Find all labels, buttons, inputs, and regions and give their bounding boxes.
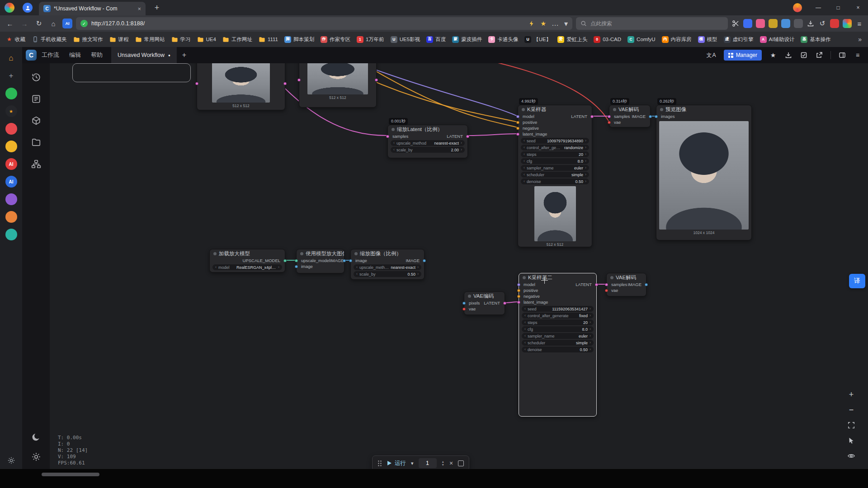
widget-next-icon[interactable]: › (590, 327, 591, 331)
extension-grid-icon[interactable] (743, 19, 752, 28)
app-orange-icon[interactable] (5, 211, 17, 223)
zoom-out-button[interactable]: − (846, 405, 856, 415)
widget-sampler_name[interactable]: ‹sampler_nameeuler› (522, 333, 594, 339)
slot-dot[interactable] (195, 82, 198, 85)
widget-cfg[interactable]: ‹cfg8.0› (521, 158, 589, 164)
slot-dot[interactable] (605, 289, 608, 292)
slot-dot[interactable] (517, 283, 520, 286)
search-box[interactable]: 点此搜索 (576, 17, 728, 30)
bookmark-item[interactable]: 蒙蒙皮插件 (449, 34, 485, 45)
bookmark-item[interactable]: 手机收藏夹 (28, 34, 70, 45)
node-load-upscale-model[interactable]: 加载放大模型UPSCALE_MODEL‹modelRealESRGAN_x4pl… (209, 249, 285, 272)
widget-scheduler[interactable]: ‹schedulersimple› (521, 172, 589, 178)
collapse-dot-icon[interactable] (610, 276, 613, 279)
widget-prev-icon[interactable]: ‹ (524, 145, 525, 150)
model-library-icon[interactable] (31, 116, 41, 126)
clear-queue-button[interactable]: × (449, 460, 453, 467)
url-dropdown-icon[interactable]: ▾ (564, 19, 568, 28)
slot-dot[interactable] (516, 121, 519, 124)
slot-dot[interactable] (517, 289, 520, 292)
share-icon[interactable] (815, 51, 823, 59)
browser-ai-icon[interactable]: AI (62, 19, 72, 28)
node-vae-encode[interactable]: VAE编码pixelsLATENTvae (464, 291, 505, 315)
app-purple-icon[interactable] (5, 193, 17, 205)
bookmark-item[interactable]: 推文写作 (70, 34, 106, 45)
slot-dot[interactable] (608, 121, 611, 124)
bookmark-item[interactable]: 工作网址 (219, 34, 255, 45)
run-button[interactable]: 运行 (387, 460, 406, 467)
widget-prev-icon[interactable]: ‹ (524, 159, 525, 163)
widget-next-icon[interactable]: › (590, 347, 591, 352)
widget-next-icon[interactable]: › (278, 265, 279, 269)
bookmarks-overflow-icon[interactable]: » (854, 36, 865, 43)
collapse-dot-icon[interactable] (522, 108, 525, 111)
more-actions-icon[interactable]: … (552, 19, 559, 28)
slot-dot[interactable] (605, 283, 608, 286)
slot-dot[interactable] (283, 259, 287, 262)
forward-button[interactable]: → (19, 20, 30, 28)
widget-next-icon[interactable]: › (590, 307, 591, 311)
widget-model[interactable]: ‹modelRealESRGAN_x4plus.pth› (212, 264, 282, 270)
profile-colorful-icon[interactable] (843, 19, 852, 28)
node-vae-decode-1[interactable]: 0.314秒VAE解码samplesIMAGEvae (609, 105, 651, 127)
workflow-history-icon[interactable] (31, 72, 41, 82)
node-preview-b[interactable]: 512 x 512 (299, 63, 377, 108)
extension-blue-icon[interactable] (781, 19, 790, 28)
window-close-button[interactable]: × (848, 0, 868, 15)
slot-dot[interactable] (295, 259, 298, 262)
slot-dot[interactable] (462, 307, 466, 310)
bookmark-item[interactable]: 11万年前 (354, 34, 387, 45)
slot-dot[interactable] (516, 127, 519, 130)
widget-next-icon[interactable]: › (590, 341, 591, 345)
bookmark-item[interactable]: 爱爱虹上头 (554, 34, 590, 45)
hamburger-menu-icon[interactable]: ≡ (854, 51, 862, 59)
queue-icon[interactable] (31, 94, 41, 104)
app-star-icon[interactable]: ★ (5, 105, 17, 117)
slot-dot[interactable] (608, 115, 611, 118)
bookmark-item[interactable]: UE4 (194, 34, 219, 45)
slot-dot[interactable] (517, 295, 520, 298)
widget-next-icon[interactable]: › (585, 173, 586, 177)
comfyui-logo[interactable]: C (26, 50, 37, 61)
extension-red-icon[interactable] (830, 19, 839, 28)
star-icon[interactable]: ★ (769, 51, 777, 59)
widget-next-icon[interactable]: › (417, 272, 419, 276)
widget-prev-icon[interactable]: ‹ (393, 148, 395, 152)
new-workflow-button[interactable]: + (177, 51, 192, 59)
slot-dot[interactable] (645, 283, 648, 286)
bookmark-item[interactable]: 1111 (255, 34, 281, 45)
widget-scale_by[interactable]: ‹scale_by0.50› (354, 271, 421, 277)
widget-scale_by[interactable]: ‹scale_by2.00› (391, 147, 465, 153)
horizontal-scrollbar[interactable] (42, 473, 99, 476)
slot-dot[interactable] (516, 132, 519, 136)
widget-prev-icon[interactable]: ‹ (215, 265, 217, 269)
slot-dot[interactable] (595, 283, 598, 286)
widget-cfg[interactable]: ‹cfg8.0› (522, 326, 594, 332)
app-ai-red-icon[interactable]: AI (5, 158, 17, 170)
widget-control_after_generate[interactable]: ‹control_after_generatefixed› (522, 313, 594, 319)
fit-view-button[interactable] (846, 420, 856, 430)
stepper-up-icon[interactable]: ▲ (442, 460, 444, 463)
speed-bolt-icon[interactable] (528, 20, 535, 27)
bookmark-item[interactable]: 百百度 (423, 34, 449, 45)
batch-count-input[interactable]: 1 (419, 458, 437, 468)
browser-logo-icon[interactable] (5, 3, 14, 13)
widget-prev-icon[interactable]: ‹ (524, 320, 526, 324)
workflow-tab[interactable]: Unsaved Workflow ● (111, 47, 177, 63)
home-button[interactable]: ⌂ (48, 20, 59, 28)
slot-dot[interactable] (503, 301, 506, 305)
slot-dot[interactable] (349, 259, 352, 262)
url-bar[interactable]: ✓ http://127.0.0.1:8188/ ★ … ▾ (76, 17, 572, 30)
bookmark-item[interactable]: ★收藏 (3, 34, 28, 45)
widget-steps[interactable]: ‹steps20› (522, 319, 594, 325)
workflows-icon[interactable] (31, 137, 41, 147)
collapse-dot-icon[interactable] (523, 276, 526, 279)
translate-icon[interactable]: 文A (707, 52, 717, 59)
widget-prev-icon[interactable]: ‹ (393, 141, 395, 145)
widget-seed[interactable]: ‹seed1115920635341427› (522, 306, 594, 312)
widget-next-icon[interactable]: › (585, 139, 586, 143)
stepper-down-icon[interactable]: ▼ (442, 463, 444, 466)
widget-next-icon[interactable]: › (585, 159, 586, 163)
undo-icon[interactable]: ↺ (818, 19, 826, 28)
stop-button[interactable] (458, 460, 464, 466)
